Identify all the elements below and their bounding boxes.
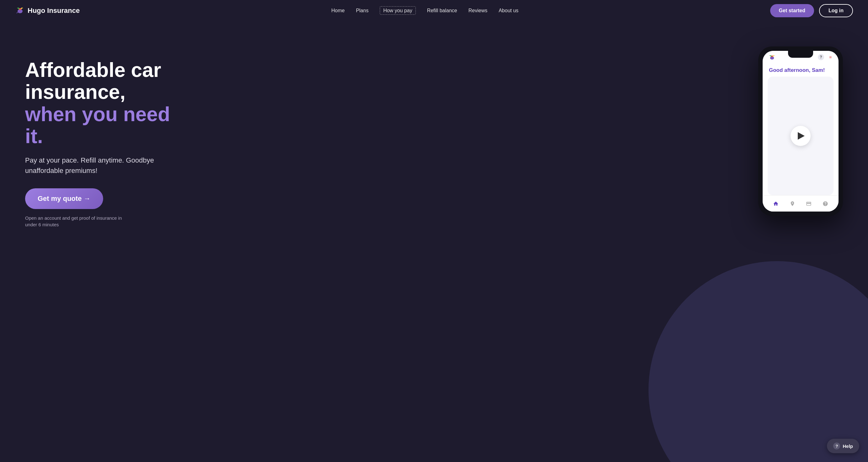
phone-question-icon: ? (818, 54, 824, 60)
nav-item-plans[interactable]: Plans (356, 8, 368, 13)
hero-section: Affordable car insurance, when you need … (0, 21, 868, 462)
nav-link-refill-balance[interactable]: Refill balance (427, 8, 457, 13)
get-started-button[interactable]: Get started (770, 4, 814, 17)
phone-top-icons: ? ≡ (818, 54, 834, 60)
hero-title-line1: Affordable car (25, 59, 161, 81)
phone-nav-location-icon[interactable] (789, 200, 796, 207)
nav-item-home[interactable]: Home (331, 8, 345, 13)
logo[interactable]: Hugo Insurance (15, 6, 80, 16)
phone-outer: ? ≡ Good afternoon, Sam! (758, 47, 843, 216)
help-question-icon: ? (833, 442, 840, 450)
phone-nav-home-icon[interactable] (772, 200, 779, 207)
phone-nav-help-icon[interactable] (822, 200, 829, 207)
hero-subtitle: Pay at your pace. Refill anytime. Goodby… (25, 155, 157, 176)
hero-title-colored-line1: when you need (25, 103, 170, 125)
phone-nav-card-icon[interactable] (805, 200, 812, 207)
hero-fine-print: Open an account and get proof of insuran… (25, 215, 125, 228)
phone-screen: ? ≡ Good afternoon, Sam! (763, 51, 839, 211)
help-button[interactable]: ? Help (827, 439, 859, 453)
nav-link-about-us[interactable]: About us (499, 8, 518, 13)
nav-link-plans[interactable]: Plans (356, 8, 368, 13)
nav-item-reviews[interactable]: Reviews (468, 8, 487, 13)
svg-point-3 (771, 56, 773, 57)
get-quote-button[interactable]: Get my quote → (25, 188, 103, 209)
phone-logo-icon (768, 54, 776, 60)
nav-item-how-you-pay[interactable]: How you pay (380, 8, 416, 13)
nav-links: Home Plans How you pay Refill balance Re… (331, 8, 518, 13)
phone-mockup: ? ≡ Good afternoon, Sam! (758, 47, 843, 216)
phone-greeting: Good afternoon, Sam! (763, 62, 839, 77)
phone-notch (788, 51, 813, 58)
logo-text: Hugo Insurance (28, 7, 80, 15)
nav-item-about-us[interactable]: About us (499, 8, 518, 13)
play-triangle-icon (798, 132, 805, 140)
logo-bird-icon (15, 6, 25, 16)
play-button[interactable] (790, 126, 811, 146)
nav-link-reviews[interactable]: Reviews (468, 8, 487, 13)
nav-item-refill-balance[interactable]: Refill balance (427, 8, 457, 13)
log-in-button[interactable]: Log in (819, 4, 853, 17)
phone-bottom-nav (763, 195, 839, 211)
hero-content: Affordable car insurance, when you need … (25, 40, 170, 228)
nav-link-home[interactable]: Home (331, 8, 345, 13)
nav-link-how-you-pay[interactable]: How you pay (380, 6, 416, 15)
hero-title-colored-line2: it. (25, 125, 43, 147)
hero-title-line2: insurance, (25, 81, 125, 103)
nav-actions: Get started Log in (770, 4, 853, 17)
phone-menu-icon: ≡ (827, 54, 834, 60)
help-label: Help (843, 443, 853, 449)
hero-title: Affordable car insurance, when you need … (25, 59, 170, 147)
navbar: Hugo Insurance Home Plans How you pay Re… (0, 0, 868, 21)
phone-video-area[interactable] (768, 77, 834, 195)
svg-point-1 (19, 8, 21, 10)
